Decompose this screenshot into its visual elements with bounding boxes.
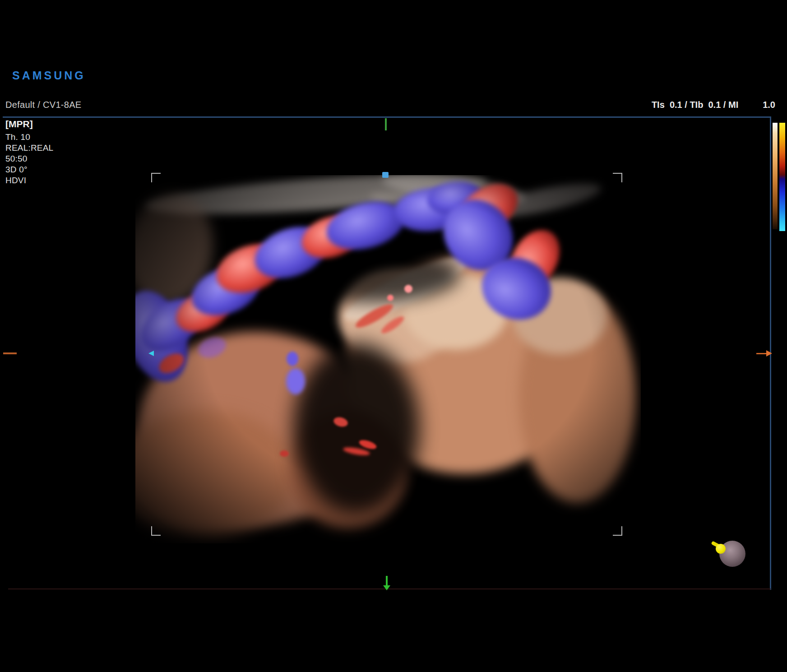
acoustic-indices: TIs 0.1 / TIb 0.1 / MI 1.0 — [652, 100, 775, 110]
left-edge-marker — [3, 352, 17, 354]
mode-label: [MPR] — [5, 119, 53, 130]
mi-value: 1.0 — [763, 100, 775, 110]
samsung-logo: SAMSUNG — [12, 69, 86, 82]
focus-marker[interactable] — [382, 172, 389, 178]
top-orientation-tick — [385, 118, 387, 130]
viewport-border-top — [3, 116, 771, 118]
info-line-render-mode: HDVI — [5, 175, 53, 186]
roi-bracket-top-left[interactable] — [151, 173, 161, 182]
info-line-3d-angle: 3D 0° — [5, 164, 53, 175]
bottom-scroll-arrow-head[interactable] — [383, 585, 390, 590]
doppler-colorbar — [779, 123, 785, 231]
ti-values-label: TIs 0.1 / TIb 0.1 / MI — [652, 100, 738, 110]
roi-bracket-bottom-left[interactable] — [151, 526, 161, 536]
grayscale-colorbar — [773, 123, 778, 229]
preset-probe-label: Default / CV1-8AE — [5, 100, 82, 110]
right-edge-arrow-head — [766, 350, 772, 357]
info-line-quality: REAL:REAL — [5, 143, 53, 153]
trackball-pin-ball-icon — [716, 544, 726, 554]
info-line-thickness: Th. 10 — [5, 132, 53, 143]
cyan-pointer-icon — [148, 351, 154, 356]
info-line-mix: 50:50 — [5, 153, 53, 164]
roi-bracket-top-right[interactable] — [613, 173, 622, 182]
ultrasound-render[interactable] — [135, 175, 641, 543]
roi-bracket-bottom-right[interactable] — [613, 526, 622, 536]
render-info-panel: [MPR] Th. 10 REAL:REAL 50:50 3D 0° HDVI — [5, 119, 53, 186]
bottom-scroll-arrow[interactable] — [386, 576, 388, 586]
